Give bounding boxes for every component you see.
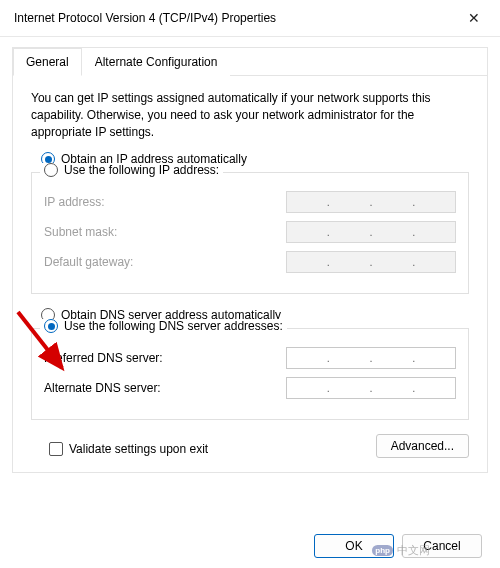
- cancel-button[interactable]: Cancel: [402, 534, 482, 558]
- preferred-dns-input[interactable]: ...: [286, 347, 456, 369]
- radio-label: Use the following DNS server addresses:: [64, 319, 283, 333]
- ip-address-label: IP address:: [44, 195, 104, 209]
- radio-icon: [44, 319, 58, 333]
- subnet-mask-label: Subnet mask:: [44, 225, 117, 239]
- alternate-dns-label: Alternate DNS server:: [44, 381, 161, 395]
- radio-label: Use the following IP address:: [64, 163, 219, 177]
- ip-manual-group: Use the following IP address: IP address…: [31, 172, 469, 294]
- checkbox-icon: [49, 442, 63, 456]
- tab-strip: General Alternate Configuration: [13, 47, 487, 76]
- tab-alternate[interactable]: Alternate Configuration: [82, 48, 231, 76]
- radio-ip-manual[interactable]: Use the following IP address:: [40, 163, 223, 177]
- default-gateway-input: ...: [286, 251, 456, 273]
- description-text: You can get IP settings assigned automat…: [31, 90, 469, 140]
- dns-manual-group: Use the following DNS server addresses: …: [31, 328, 469, 420]
- radio-icon: [44, 163, 58, 177]
- alternate-dns-input[interactable]: ...: [286, 377, 456, 399]
- advanced-button[interactable]: Advanced...: [376, 434, 469, 458]
- ok-button[interactable]: OK: [314, 534, 394, 558]
- radio-dns-manual[interactable]: Use the following DNS server addresses:: [40, 319, 287, 333]
- preferred-dns-label: Preferred DNS server:: [44, 351, 163, 365]
- default-gateway-label: Default gateway:: [44, 255, 133, 269]
- validate-checkbox[interactable]: Validate settings upon exit: [49, 442, 208, 456]
- window-title: Internet Protocol Version 4 (TCP/IPv4) P…: [14, 11, 276, 25]
- tab-general[interactable]: General: [13, 48, 82, 76]
- subnet-mask-input: ...: [286, 221, 456, 243]
- checkbox-label: Validate settings upon exit: [69, 442, 208, 456]
- ip-address-input: ...: [286, 191, 456, 213]
- close-icon[interactable]: ✕: [462, 8, 486, 28]
